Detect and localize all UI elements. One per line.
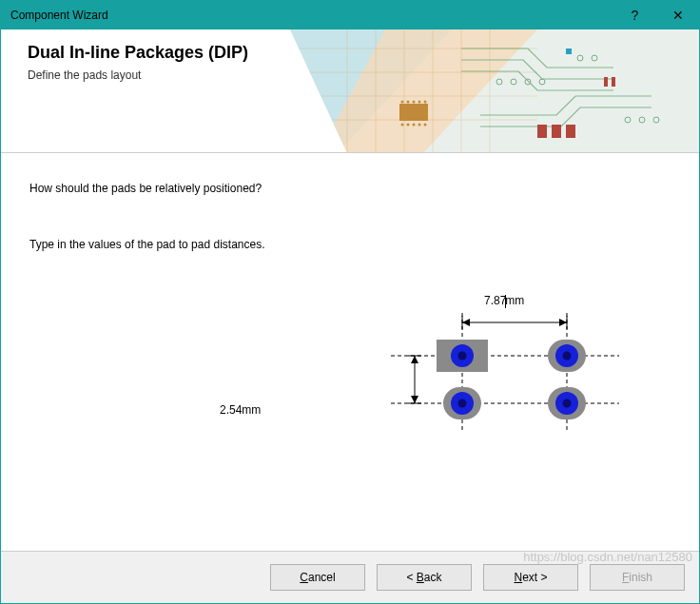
close-button[interactable]: ✕ (656, 1, 699, 29)
header-pcb-graphic (290, 29, 699, 153)
wizard-header: Dual In-line Packages (DIP) Define the p… (1, 29, 699, 153)
svg-rect-34 (537, 125, 547, 138)
close-icon: ✕ (672, 8, 684, 23)
svg-rect-38 (612, 77, 615, 87)
svg-rect-36 (566, 125, 575, 138)
svg-point-24 (424, 101, 427, 104)
svg-point-58 (458, 399, 467, 408)
svg-point-52 (458, 352, 467, 360)
svg-point-22 (413, 101, 416, 104)
svg-rect-37 (604, 77, 608, 87)
titlebar: Component Wizard ? ✕ (1, 1, 699, 29)
cancel-button[interactable]: Cancel (270, 564, 365, 591)
svg-rect-14 (399, 104, 428, 121)
help-icon: ? (632, 8, 639, 23)
help-button[interactable]: ? (613, 1, 656, 29)
page-title: Dual In-line Packages (DIP) (28, 43, 248, 63)
svg-point-17 (413, 124, 416, 127)
svg-rect-39 (566, 49, 572, 54)
svg-point-55 (563, 352, 572, 360)
finish-button: Finish (590, 564, 685, 591)
question-positioning: How should the pads be relatively positi… (29, 182, 671, 195)
next-button[interactable]: Next > (483, 564, 578, 591)
svg-point-18 (418, 124, 421, 127)
pad-layout-diagram (381, 289, 629, 460)
header-text: Dual In-line Packages (DIP) Define the p… (28, 43, 248, 82)
svg-point-21 (407, 101, 410, 104)
svg-point-16 (407, 124, 410, 127)
svg-rect-35 (552, 125, 561, 138)
wizard-button-row: Cancel < Back Next > Finish (1, 551, 699, 603)
svg-point-20 (401, 101, 404, 104)
pad-diagram-area: 7.87mm 2.54mm (29, 280, 671, 470)
page-subtitle: Define the pads layout (28, 68, 248, 82)
back-button[interactable]: < Back (377, 564, 472, 591)
wizard-content: How should the pads be relatively positi… (1, 153, 699, 551)
svg-point-15 (401, 124, 404, 127)
svg-point-19 (424, 124, 427, 127)
window-title: Component Wizard (10, 9, 613, 22)
wizard-window: Component Wizard ? ✕ Dual In-line Packag… (0, 0, 700, 604)
svg-point-61 (563, 399, 572, 408)
svg-point-23 (418, 101, 421, 104)
instruction-distances: Type in the values of the pad to pad dis… (29, 238, 671, 251)
vertical-distance-input[interactable]: 2.54mm (220, 403, 261, 417)
